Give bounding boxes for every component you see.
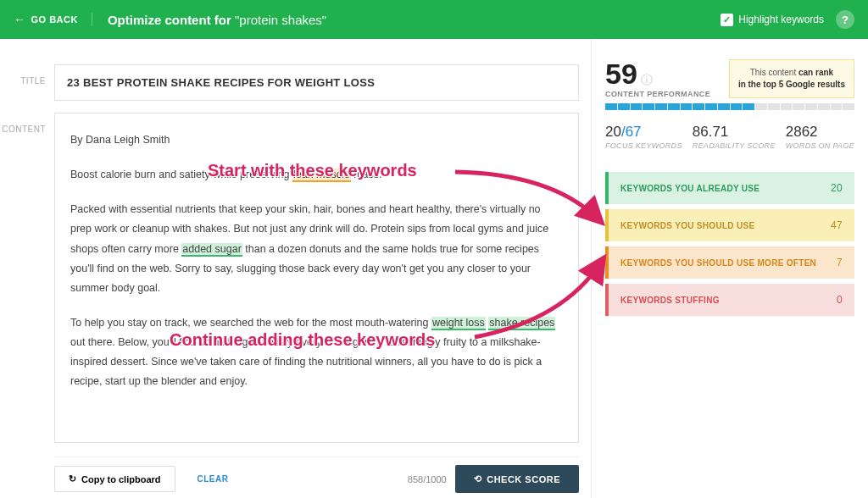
- highlight-green: weight loss: [431, 317, 486, 330]
- actions-bar: ↻ Copy to clipboard CLEAR 858/1000 ⟲ CHE…: [54, 456, 579, 493]
- paragraph-1: Boost calorie burn and satiety while pre…: [70, 165, 563, 185]
- metrics-row: 20/67 FOCUS KEYWORDS 86.71 READABILITY S…: [605, 124, 854, 150]
- kw-use-more-often[interactable]: KEYWORDS YOU SHOULD USE MORE OFTEN 7: [605, 246, 854, 279]
- highlight-keywords-toggle[interactable]: ✓ Highlight keywords: [721, 14, 824, 26]
- score-bar: [605, 103, 854, 110]
- arrow-left-icon: ←: [14, 13, 26, 26]
- checkbox-checked-icon: ✓: [721, 14, 733, 26]
- main: TITLE CONTENT By Dana Leigh Smith Boost …: [0, 39, 868, 498]
- paragraph-2: Packed with essential nutrients that kee…: [70, 200, 563, 298]
- go-back-button[interactable]: ← GO BACK: [14, 13, 92, 26]
- title-label: TITLE: [0, 64, 54, 101]
- go-back-label: GO BACK: [31, 14, 78, 25]
- kw-should-use[interactable]: KEYWORDS YOU SHOULD USE 47: [605, 209, 854, 241]
- refresh-icon: ↻: [69, 473, 76, 484]
- rank-hint: This content can rank in the top 5 Googl…: [729, 59, 854, 98]
- page-title: Optimize content for "protein shakes": [108, 13, 326, 27]
- help-icon[interactable]: ?: [836, 10, 854, 29]
- byline: By Dana Leigh Smith: [70, 130, 563, 150]
- metric-focus-keywords: 20/67 FOCUS KEYWORDS: [605, 124, 682, 150]
- content-score: 59 ⓘ: [605, 59, 719, 88]
- title-input[interactable]: [54, 64, 579, 101]
- copy-button[interactable]: ↻ Copy to clipboard: [54, 466, 175, 492]
- check-score-button[interactable]: ⟲ CHECK SCORE: [455, 465, 579, 493]
- editor-panel: TITLE CONTENT By Dana Leigh Smith Boost …: [0, 39, 592, 498]
- kw-stuffing[interactable]: KEYWORDS STUFFING 0: [605, 284, 854, 316]
- metric-words: 2862 WORDS ON PAGE: [786, 124, 854, 150]
- topbar: ← GO BACK Optimize content for "protein …: [0, 0, 868, 39]
- content-editor[interactable]: By Dana Leigh Smith Boost calorie burn a…: [54, 113, 579, 443]
- info-icon[interactable]: ⓘ: [641, 74, 653, 86]
- highlight-orange: lean muscle: [292, 169, 351, 182]
- metrics-panel: 59 ⓘ CONTENT PERFORMANCE This content ca…: [592, 39, 868, 498]
- highlight-green: added sugar: [181, 243, 242, 257]
- highlight-green: shake recipes: [488, 317, 555, 330]
- content-label: CONTENT: [0, 113, 54, 443]
- paragraph-3: To help you stay on track, we searched t…: [70, 313, 563, 392]
- gauge-icon: ⟲: [474, 473, 482, 484]
- score-label: CONTENT PERFORMANCE: [605, 90, 719, 98]
- word-counter: 858/1000: [408, 474, 447, 484]
- kw-already-use[interactable]: KEYWORDS YOU ALREADY USE 20: [605, 172, 854, 204]
- top-right: ✓ Highlight keywords ?: [721, 10, 854, 29]
- metric-readability: 86.71 READABILITY SCORE: [693, 124, 776, 150]
- clear-button[interactable]: CLEAR: [184, 468, 242, 490]
